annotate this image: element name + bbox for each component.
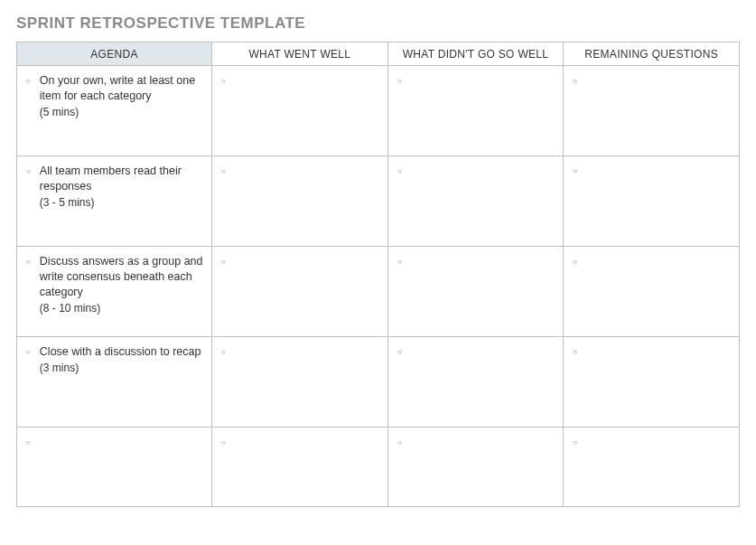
- bullet-icon: ○: [26, 347, 31, 356]
- header-agenda: AGENDA: [17, 42, 212, 66]
- bullet-icon: ○: [397, 76, 402, 85]
- bullet-icon: ○: [221, 347, 226, 356]
- cell-questions: ○: [564, 156, 740, 247]
- cell-went-well: ○: [212, 156, 388, 247]
- bullet-icon: ○: [26, 166, 31, 175]
- cell-went-well: ○: [212, 66, 388, 156]
- header-not-well: WHAT DIDN'T GO SO WELL: [387, 42, 564, 66]
- bullet-icon: ○: [573, 437, 577, 446]
- agenda-text: On your own, write at least one item for…: [40, 73, 204, 104]
- cell-not-well: ○: [387, 66, 564, 156]
- cell-not-well: ○: [387, 428, 564, 507]
- page-title: SPRINT RETROSPECTIVE TEMPLATE: [16, 14, 740, 33]
- agenda-time: (8 - 10 mins): [40, 301, 204, 315]
- bullet-icon: ○: [573, 166, 577, 175]
- table-row: ○ On your own, write at least one item f…: [17, 66, 740, 156]
- agenda-time: (3 mins): [40, 361, 201, 375]
- table-header-row: AGENDA WHAT WENT WELL WHAT DIDN'T GO SO …: [17, 42, 740, 66]
- bullet-icon: ○: [26, 76, 31, 85]
- header-questions: REMAINING QUESTIONS: [564, 42, 740, 66]
- table-row: ○ ○ ○: [17, 428, 740, 507]
- retrospective-table: AGENDA WHAT WENT WELL WHAT DIDN'T GO SO …: [16, 42, 740, 507]
- cell-questions: ○: [564, 337, 740, 428]
- cell-went-well: ○: [212, 247, 388, 337]
- bullet-icon: ○: [221, 257, 226, 266]
- bullet-icon: ○: [397, 257, 402, 266]
- cell-questions: ○: [564, 66, 740, 156]
- cell-agenda: ○ On your own, write at least one item f…: [17, 66, 212, 156]
- table-row: ○ Close with a discussion to recap (3 mi…: [17, 337, 740, 428]
- cell-questions: ○: [564, 428, 740, 507]
- table-row: ○ Discuss answers as a group and write c…: [17, 247, 740, 337]
- bullet-icon: ○: [221, 437, 226, 446]
- table-row: ○ All team members read their responses …: [17, 156, 740, 247]
- bullet-icon: ○: [26, 257, 31, 266]
- cell-agenda: ○ Discuss answers as a group and write c…: [17, 247, 212, 337]
- bullet-icon: ○: [573, 257, 577, 266]
- cell-not-well: ○: [387, 247, 564, 337]
- cell-agenda: ○ All team members read their responses …: [17, 156, 212, 247]
- cell-went-well: ○: [212, 428, 388, 507]
- agenda-text: Close with a discussion to recap: [40, 344, 201, 360]
- bullet-icon: ○: [221, 76, 226, 85]
- agenda-text: All team members read their responses: [40, 164, 204, 194]
- bullet-icon: ○: [573, 76, 577, 85]
- bullet-icon: ○: [397, 347, 402, 356]
- cell-questions: ○: [564, 247, 740, 337]
- cell-went-well: ○: [212, 337, 388, 428]
- bullet-icon: ○: [397, 166, 402, 175]
- agenda-time: (5 mins): [40, 105, 204, 119]
- bullet-icon: ○: [397, 437, 402, 446]
- agenda-time: (3 - 5 mins): [40, 195, 204, 210]
- cell-agenda: ○: [17, 428, 212, 507]
- bullet-icon: ○: [26, 437, 31, 446]
- cell-not-well: ○: [387, 337, 564, 428]
- cell-agenda: ○ Close with a discussion to recap (3 mi…: [17, 337, 212, 428]
- bullet-icon: ○: [221, 166, 226, 175]
- header-went-well: WHAT WENT WELL: [212, 42, 388, 66]
- bullet-icon: ○: [573, 347, 577, 356]
- agenda-text: Discuss answers as a group and write con…: [40, 254, 204, 300]
- cell-not-well: ○: [387, 156, 564, 247]
